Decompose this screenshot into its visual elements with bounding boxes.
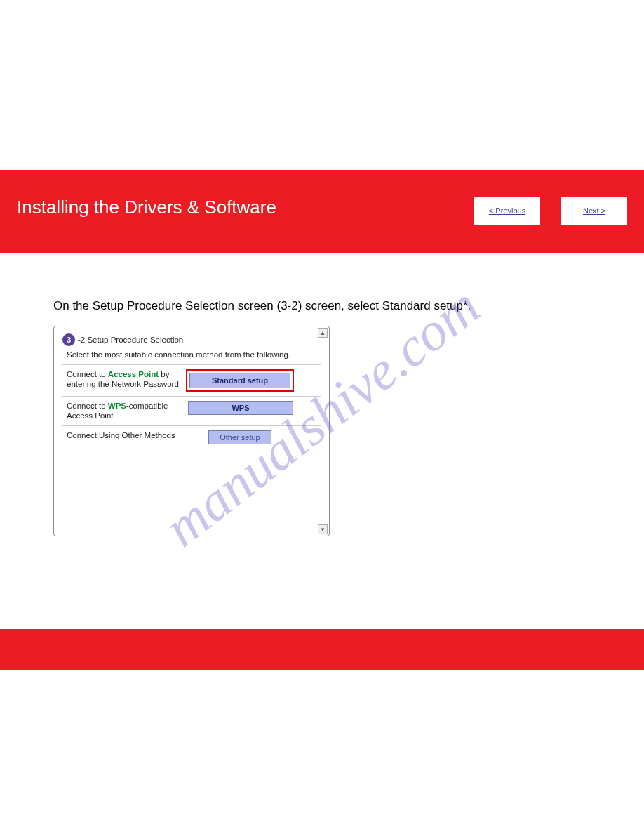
- option-row-wps: Connect to WPS-compatible Access Point W…: [62, 396, 321, 425]
- option-row-other: Connect Using Other Methods Other setup: [62, 425, 321, 449]
- setup-dialog: ▲ 3 -2 Setup Procedure Selection Select …: [53, 326, 330, 536]
- red-footer-bar: [0, 629, 644, 670]
- dialog-subtitle: Select the most suitable connection meth…: [67, 350, 321, 359]
- option-text-standard: Connect to Access Point by entering the …: [67, 369, 179, 390]
- next-button-box[interactable]: Next >: [561, 197, 627, 225]
- option-text-other: Connect Using Other Methods: [67, 430, 179, 440]
- option-text-wps: Connect to WPS-compatible Access Point: [67, 401, 179, 421]
- scroll-down-icon[interactable]: ▼: [318, 524, 328, 534]
- highlight-box: Standard setup: [186, 369, 294, 392]
- scroll-up-icon[interactable]: ▲: [318, 328, 328, 338]
- page-title: Installing the Drivers & Software: [17, 197, 276, 218]
- dialog-title: -2 Setup Procedure Selection: [78, 336, 183, 344]
- red-header-bar: Installing the Drivers & Software < Prev…: [0, 170, 644, 253]
- wps-button[interactable]: WPS: [188, 401, 293, 415]
- next-link[interactable]: Next >: [583, 206, 605, 215]
- step-number-badge: 3: [62, 333, 75, 346]
- standard-setup-button[interactable]: Standard setup: [189, 373, 290, 388]
- previous-button-box[interactable]: < Previous: [474, 197, 540, 225]
- other-setup-button[interactable]: Other setup: [208, 430, 271, 444]
- header-nav-links: < Previous Next >: [474, 197, 627, 225]
- instruction-text: On the Setup Procedure Selection screen …: [53, 299, 644, 313]
- previous-link[interactable]: < Previous: [489, 206, 525, 215]
- option-row-standard: Connect to Access Point by entering the …: [62, 364, 321, 396]
